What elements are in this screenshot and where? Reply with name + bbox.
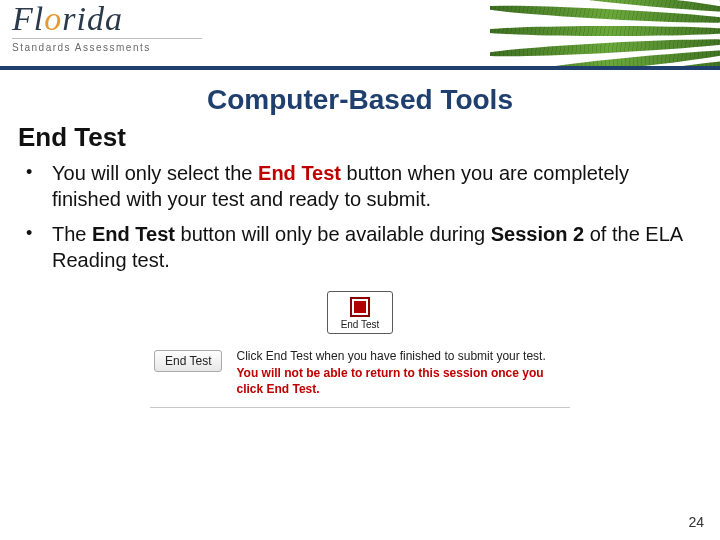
end-test-dialog-text: Click End Test when you have finished to… [236,348,566,397]
section-heading: End Test [18,122,720,153]
bullet-text: You will only select the [52,162,258,184]
bullet-text: button will only be available during [175,223,491,245]
slide-header: Florida Standards Assessments [0,0,720,70]
page-number: 24 [688,514,704,530]
end-test-toolbar-label: End Test [328,319,392,330]
bullet-emphasis: End Test [92,223,175,245]
end-test-dialog-button: End Test [154,350,222,372]
logo: Florida Standards Assessments [12,2,202,53]
bullet-emphasis: Session 2 [491,223,584,245]
logo-subtitle: Standards Assessments [12,38,202,53]
bullet-list: You will only select the End Test button… [18,161,694,273]
end-test-dialog: End Test Click End Test when you have fi… [150,342,570,408]
dialog-text-plain: Click End Test when you have finished to… [236,349,545,363]
end-test-toolbar-button: End Test [327,291,393,334]
bullet-item: The End Test button will only be availab… [18,222,694,273]
bullet-item: You will only select the End Test button… [18,161,694,212]
illustration: End Test End Test Click End Test when yo… [150,291,570,408]
logo-wordmark: Florida [12,2,202,36]
dialog-text-warning: You will not be able to return to this s… [236,366,543,396]
bullet-emphasis: End Test [258,162,341,184]
bullet-text: The [52,223,92,245]
palm-frond-art [490,0,720,66]
logo-text-pre: Fl [12,0,44,37]
logo-text-post: rida [62,0,123,37]
stop-icon [350,297,370,317]
slide-title: Computer-Based Tools [0,84,720,116]
logo-text-orange: o [44,0,62,37]
